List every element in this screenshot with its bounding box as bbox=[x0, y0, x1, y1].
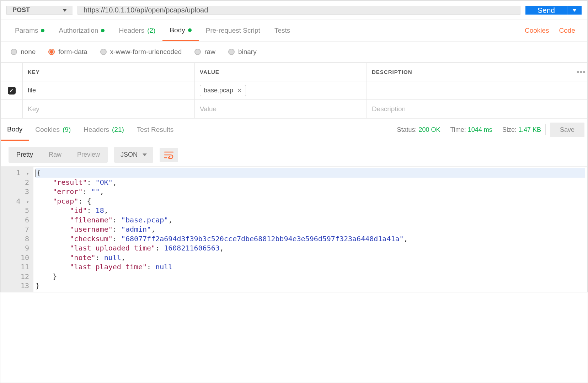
header-key: KEY bbox=[23, 63, 195, 81]
http-method-select[interactable]: POST bbox=[6, 6, 73, 15]
gutter-line: 5 bbox=[1, 206, 31, 215]
code-gutter: 1 ▾234 ▾5678910111213 bbox=[1, 167, 33, 292]
meta-time: Time: 1044 ms bbox=[450, 126, 492, 134]
meta-value: 1.47 KB bbox=[518, 126, 541, 133]
status-dot-icon bbox=[101, 29, 105, 32]
meta-label: Size: bbox=[502, 126, 517, 133]
send-button[interactable]: Send bbox=[525, 6, 582, 15]
body-type-none[interactable]: none bbox=[11, 48, 36, 56]
body-type-x-www-form-urlencoded[interactable]: x-www-form-urlencoded bbox=[100, 48, 182, 56]
radio-icon bbox=[100, 49, 107, 55]
header-more-icon[interactable]: ••• bbox=[575, 63, 587, 81]
meta-status: Status: 200 OK bbox=[397, 126, 440, 134]
divider bbox=[545, 124, 546, 135]
header-checkbox-cell bbox=[1, 63, 23, 81]
status-dot-icon bbox=[188, 28, 192, 32]
row-desc-cell[interactable] bbox=[367, 100, 575, 118]
send-button-label: Send bbox=[525, 6, 567, 15]
response-tab-headers[interactable]: Headers (21) bbox=[77, 119, 130, 141]
radio-icon bbox=[228, 49, 235, 55]
row-value-cell[interactable]: base.pcap ✕ bbox=[195, 81, 367, 99]
radio-label: binary bbox=[238, 48, 257, 56]
radio-icon bbox=[48, 49, 55, 55]
response-bar: Body Cookies (9) Headers (21) Test Resul… bbox=[1, 118, 587, 141]
new-desc-input[interactable] bbox=[372, 105, 570, 113]
new-key-input[interactable] bbox=[28, 105, 189, 113]
view-mode-preview[interactable]: Preview bbox=[69, 147, 108, 163]
row-value-cell[interactable] bbox=[195, 100, 367, 118]
body-type-raw[interactable]: raw bbox=[194, 48, 215, 56]
toggle-wrap-button[interactable] bbox=[160, 148, 178, 162]
code-line: { bbox=[36, 168, 585, 178]
view-mode-pretty[interactable]: Pretty bbox=[9, 147, 41, 163]
tab-label: Headers bbox=[84, 126, 109, 134]
fold-icon[interactable]: ▾ bbox=[25, 199, 29, 205]
tab-count: (21) bbox=[112, 126, 124, 134]
response-format-select[interactable]: JSON bbox=[114, 147, 153, 163]
header-value: VALUE bbox=[195, 63, 367, 81]
response-tab-cookies[interactable]: Cookies (9) bbox=[29, 119, 77, 141]
gutter-line: 8 bbox=[1, 234, 31, 244]
response-tab-test-results[interactable]: Test Results bbox=[130, 119, 180, 141]
tab-label: Params bbox=[15, 27, 38, 34]
tab-headers[interactable]: Headers (2) bbox=[112, 20, 162, 41]
meta-size: Size: 1.47 KB bbox=[502, 126, 541, 134]
code-link[interactable]: Code bbox=[554, 27, 580, 34]
remove-file-icon[interactable]: ✕ bbox=[237, 87, 242, 95]
row-desc-cell[interactable] bbox=[367, 81, 575, 99]
format-label: JSON bbox=[121, 151, 138, 158]
tab-params[interactable]: Params bbox=[8, 20, 52, 41]
body-type-form-data[interactable]: form-data bbox=[48, 48, 87, 56]
body-type-selector: none form-data x-www-form-urlencoded raw… bbox=[1, 42, 587, 63]
send-button-dropdown[interactable] bbox=[567, 6, 582, 15]
tab-body[interactable]: Body bbox=[162, 20, 198, 41]
table-row: ✓ file base.pcap ✕ bbox=[1, 81, 587, 100]
file-chip: base.pcap ✕ bbox=[200, 85, 246, 96]
tab-label: Headers bbox=[119, 27, 144, 34]
tab-tests[interactable]: Tests bbox=[267, 20, 297, 41]
view-mode-segment: Pretty Raw Preview bbox=[9, 147, 108, 163]
code-line: "filename": "base.pcap", bbox=[36, 215, 585, 225]
tab-authorization[interactable]: Authorization bbox=[52, 20, 112, 41]
row-end bbox=[575, 81, 587, 99]
status-dot-icon bbox=[41, 29, 44, 32]
view-mode-raw[interactable]: Raw bbox=[41, 147, 69, 163]
row-key-cell[interactable]: file bbox=[23, 81, 195, 99]
gutter-line: 13 bbox=[1, 281, 31, 291]
response-view-toolbar: Pretty Raw Preview JSON bbox=[1, 141, 587, 166]
gutter-line: 3 bbox=[1, 187, 31, 196]
new-value-input[interactable] bbox=[200, 105, 362, 113]
row-enable-checkbox[interactable]: ✓ bbox=[8, 87, 16, 95]
tab-label: Cookies bbox=[35, 126, 60, 134]
row-end bbox=[575, 100, 587, 118]
request-tabs: Params Authorization Headers (2) Body Pr… bbox=[1, 20, 587, 42]
row-key-value: file bbox=[28, 87, 36, 94]
meta-label: Time: bbox=[450, 126, 466, 133]
tab-label: Body bbox=[170, 26, 185, 34]
code-line: "username": "admin", bbox=[36, 225, 585, 234]
radio-label: raw bbox=[204, 48, 215, 56]
gutter-line: 10 bbox=[1, 253, 31, 263]
chevron-down-icon bbox=[143, 153, 147, 156]
code-line: } bbox=[36, 272, 585, 281]
tab-label: Authorization bbox=[59, 27, 98, 34]
response-meta: Status: 200 OK Time: 1044 ms Size: 1.47 … bbox=[397, 126, 541, 134]
save-response-button[interactable]: Save bbox=[550, 123, 584, 137]
gutter-line: 2 bbox=[1, 178, 31, 187]
row-key-cell[interactable] bbox=[23, 100, 195, 118]
tab-pre-request-script[interactable]: Pre-request Script bbox=[199, 20, 267, 41]
body-type-binary[interactable]: binary bbox=[228, 48, 257, 56]
fold-icon[interactable]: ▾ bbox=[25, 171, 29, 176]
http-method-label: POST bbox=[12, 6, 30, 14]
response-tab-body[interactable]: Body bbox=[1, 119, 29, 141]
request-url-input[interactable] bbox=[77, 6, 520, 15]
cookies-link[interactable]: Cookies bbox=[520, 27, 554, 34]
code-line: "id": 18, bbox=[36, 206, 585, 215]
meta-value: 200 OK bbox=[418, 126, 440, 133]
radio-label: none bbox=[21, 48, 36, 56]
table-header-row: KEY VALUE DESCRIPTION ••• bbox=[1, 63, 587, 81]
tab-label: Body bbox=[7, 125, 22, 133]
code-body[interactable]: { "result": "OK", "error": "", "pcap": {… bbox=[33, 167, 587, 292]
tab-count: (2) bbox=[147, 27, 155, 34]
tab-count: (9) bbox=[63, 126, 71, 134]
